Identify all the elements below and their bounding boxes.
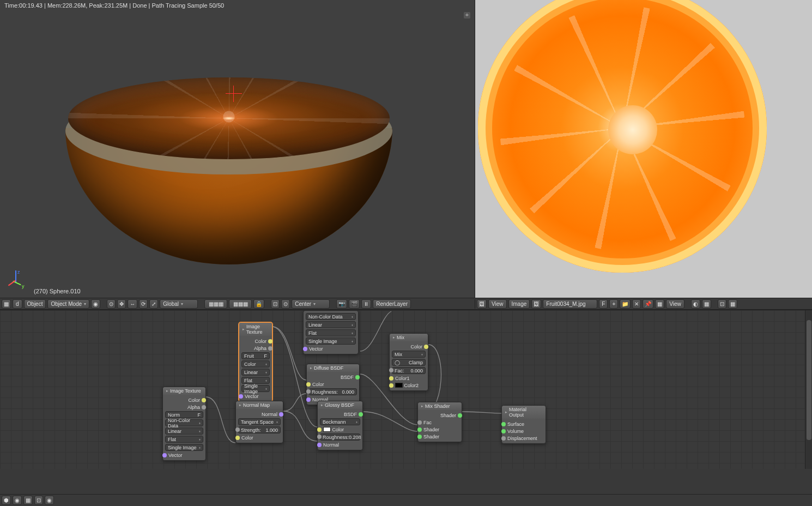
widget-translate-icon[interactable]: ↔ (128, 299, 137, 309)
node-glossy-bsdf[interactable]: Glossy BSDF BSDF Beckmann Color Roughnes… (317, 401, 363, 450)
image-name-field[interactable]: Fruit0034_M.jpg (543, 299, 597, 309)
blend-selector[interactable]: Mix (392, 351, 426, 358)
render-slot-icon[interactable]: ▦ (728, 299, 737, 309)
unlink-image-icon[interactable]: ✕ (632, 299, 641, 309)
interpolation-selector[interactable]: Linear (306, 321, 356, 328)
editor-type-icon[interactable]: ▦ (2, 299, 11, 309)
channels-icon[interactable]: ◐ (691, 299, 700, 309)
node-title[interactable]: Image Texture (239, 323, 272, 336)
node-editor-header: ⬢ ◉ ▦ ⊡ ◉ (0, 494, 812, 506)
node-title[interactable]: Normal Map (236, 401, 283, 409)
material-icon[interactable]: ◉ (45, 496, 54, 505)
interpolation-selector[interactable]: Linear (165, 427, 203, 435)
node-scrollbar[interactable] (805, 310, 812, 469)
menu-view[interactable]: View (488, 299, 507, 309)
node-image-texture-3[interactable]: Non-Color Data Linear Flat Single Image … (303, 310, 359, 354)
reference-image (478, 0, 767, 273)
node-diffuse-bsdf[interactable]: Diffuse BSDF BSDF Color Roughness:0.000 … (306, 364, 360, 405)
fake-user-button[interactable]: F (599, 299, 608, 309)
strength-input[interactable]: Strength:1.000 (238, 426, 281, 433)
layers-a[interactable]: ▦▦▦ (204, 299, 227, 309)
vector-socket: Vector (309, 346, 323, 352)
source-selector[interactable]: Single Image (241, 385, 270, 392)
render-layer-selector[interactable]: RenderLayer (373, 299, 411, 309)
menu-object[interactable]: Object (24, 299, 46, 309)
widget-scale-icon[interactable]: ⤢ (149, 299, 158, 309)
pin-icon[interactable]: 📌 (643, 299, 653, 309)
node-tree-icon[interactable]: ▦ (23, 496, 33, 505)
interpolation-selector[interactable]: Linear (241, 369, 270, 376)
node-mix-rgb[interactable]: Mix Color Mix ◯ Clamp Fac:0.000 Color1 C… (389, 333, 428, 391)
pivot-icon[interactable]: ⊙ (107, 299, 116, 309)
node-title[interactable]: Mix (390, 334, 428, 341)
axis-gizmo-icon: z y (5, 270, 27, 292)
node-title[interactable]: Diffuse BSDF (307, 364, 359, 372)
projection-selector[interactable]: Flat (165, 436, 203, 443)
snap-type-icon[interactable]: ⊙ (281, 299, 290, 309)
source-selector[interactable]: Single Image (165, 444, 203, 451)
node-material-output[interactable]: Material Output Surface Volume Displacem… (501, 405, 546, 444)
manipulator-icon[interactable]: ✥ (117, 299, 126, 309)
node-editor[interactable]: Non-Color Data Linear Flat Single Image … (0, 310, 812, 469)
shading-icon[interactable]: ◉ (91, 299, 100, 309)
opengl-render-icon[interactable]: 📷 (336, 299, 347, 309)
colorspace-selector[interactable]: Non-Color Data (165, 419, 203, 426)
clamp-checkbox[interactable]: ◯ Clamp (392, 359, 426, 366)
rendered-object (65, 44, 403, 262)
menu-d[interactable]: d (13, 299, 22, 309)
render-stats: Time:00:19.43 | Mem:228.26M, Peak:231.25… (4, 2, 224, 9)
node-image-texture-2[interactable]: Image Texture Color Alpha FruitF Color L… (239, 322, 272, 402)
roughness-input[interactable]: Roughness:0.208 (320, 433, 360, 441)
snap-target[interactable]: Center (292, 299, 330, 309)
color2-swatch[interactable] (395, 383, 403, 388)
image-file-field[interactable]: FruitF (241, 352, 270, 359)
node-title[interactable]: Glossy BSDF (318, 401, 362, 409)
node-image-texture-1[interactable]: Image Texture Color Alpha NormF Non-Colo… (162, 387, 206, 461)
cursor-3d-icon (230, 90, 238, 98)
editor-type-node-icon[interactable]: ⬢ (2, 496, 11, 505)
color-swatch[interactable] (323, 427, 331, 432)
node-tree-type-icon[interactable]: ◉ (13, 496, 22, 505)
widget-rotate-icon[interactable]: ⟳ (139, 299, 148, 309)
fac-input[interactable]: Fac:0.000 (392, 367, 426, 374)
image-viewer[interactable] (475, 0, 812, 298)
snap-icon[interactable]: ⊡ (271, 299, 280, 309)
uv-edit-icon[interactable]: ▦ (655, 299, 664, 309)
space-selector[interactable]: Tangent Space (238, 418, 281, 425)
viewport-3d[interactable]: Time:00:19.43 | Mem:228.26M, Peak:231.25… (0, 0, 475, 298)
node-title[interactable]: Image Texture (163, 387, 205, 395)
channels2-icon[interactable]: ▦ (702, 299, 711, 309)
node-title[interactable]: Mix Shader (418, 402, 462, 410)
mode-label: Object Mode (51, 301, 82, 307)
add-image-icon[interactable]: + (609, 299, 618, 309)
image-header: 🖼 View Image 🖼 Fruit0034_M.jpg F + 📁 ✕ 📌… (475, 299, 812, 309)
colorspace-selector[interactable]: Color (241, 360, 270, 368)
image-browse-icon[interactable]: 🖼 (531, 299, 541, 309)
node-mix-shader[interactable]: Mix Shader Shader Fac Shader Shader (417, 402, 462, 442)
use-nodes-icon[interactable]: ⊡ (34, 496, 43, 505)
projection-selector[interactable]: Flat (306, 329, 356, 336)
roughness-input[interactable]: Roughness:0.000 (309, 388, 357, 395)
opengl-anim-icon[interactable]: 🎬 (349, 299, 360, 309)
orientation-selector[interactable]: Global (160, 299, 198, 309)
viewport-header: ▦ d Object Object Mode ◉ ⊙ ✥ ↔ ⟳ ⤢ Globa… (0, 299, 475, 309)
distribution-selector[interactable]: Beckmann (320, 418, 360, 425)
menu-view2[interactable]: View (666, 299, 684, 309)
scrollbar-thumb[interactable] (807, 320, 811, 440)
lock-icon[interactable]: 🔒 (253, 299, 264, 309)
mode-selector[interactable]: Object Mode (47, 299, 89, 309)
snap-uv-icon[interactable]: ⊡ (718, 299, 726, 309)
pause-icon[interactable]: ⏸ (361, 299, 371, 309)
colorspace-selector[interactable]: Non-Color Data (306, 313, 356, 320)
node-title[interactable]: Material Output (502, 406, 546, 419)
editor-type-image-icon[interactable]: 🖼 (477, 299, 487, 309)
header-row: ▦ d Object Object Mode ◉ ⊙ ✥ ↔ ⟳ ⤢ Globa… (0, 298, 812, 310)
layers-collapse-icon[interactable]: + (464, 12, 470, 19)
menu-image[interactable]: Image (508, 299, 530, 309)
layers-b[interactable]: ▦▦▦ (229, 299, 252, 309)
active-object-label: (270) Sphere.010 (34, 288, 81, 294)
source-selector[interactable]: Single Image (306, 338, 356, 345)
open-image-icon[interactable]: 📁 (620, 299, 631, 309)
node-normal-map[interactable]: Normal Map Normal Tangent Space Strength… (235, 401, 283, 443)
